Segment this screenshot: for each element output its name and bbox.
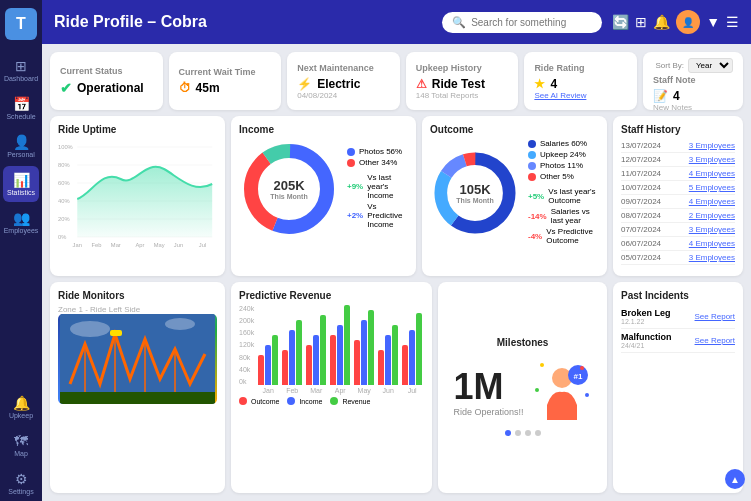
- x-axis-label: Jun: [376, 387, 400, 394]
- income-val-1: +9%: [347, 182, 363, 191]
- incident-link[interactable]: See Report: [695, 336, 735, 345]
- sidebar-item-schedule[interactable]: 📅 Schedule: [3, 90, 39, 126]
- dot-2[interactable]: [515, 430, 521, 436]
- menu-icon[interactable]: ☰: [726, 14, 739, 30]
- staff-date: 06/07/2024: [621, 239, 661, 248]
- revenue-bar: [272, 335, 278, 385]
- search-bar[interactable]: 🔍: [442, 12, 602, 33]
- past-incidents-card: Past Incidents Broken Leg 12.1.22 See Re…: [613, 282, 743, 493]
- outcome-legend-other: Other 5%: [528, 172, 599, 181]
- roller-coaster-svg: [60, 314, 215, 404]
- revenue-bar: [416, 313, 422, 385]
- sidebar-item-dashboard[interactable]: ⊞ Dashboard: [3, 52, 39, 88]
- outcome-bar: [306, 345, 312, 385]
- income-stat-1: +9% Vs last year's Income: [347, 173, 408, 200]
- salaries-label: Salaries 60%: [540, 139, 587, 148]
- svg-point-40: [540, 363, 544, 367]
- y-label-6: 240k: [239, 305, 254, 312]
- staff-date: 08/07/2024: [621, 211, 661, 220]
- staff-link[interactable]: 4 Employees: [689, 169, 735, 178]
- svg-rect-35: [60, 392, 215, 404]
- staff-date: 13/07/2024: [621, 141, 661, 150]
- incident-date: 12.1.22: [621, 318, 671, 325]
- staff-row: 13/07/2024 3 Employees: [621, 139, 735, 153]
- income-stats: +9% Vs last year's Income +2% Vs Predict…: [347, 173, 408, 229]
- income-bar: [409, 330, 415, 385]
- sidebar-label-upkeep: Upkeep: [9, 412, 33, 419]
- outcome-legend-dot: [239, 397, 247, 405]
- sidebar-item-personal[interactable]: 👤 Personal: [3, 128, 39, 164]
- chevron-down-icon[interactable]: ▼: [706, 14, 720, 30]
- income-legend-photos: Photos 56%: [347, 147, 408, 156]
- staff-link[interactable]: 5 Employees: [689, 183, 735, 192]
- sidebar-label-personal: Personal: [7, 151, 35, 158]
- legend-revenue: Revenue: [330, 397, 370, 405]
- wait-time-title: Current Wait Time: [179, 67, 272, 77]
- y-label-1: 40k: [239, 366, 254, 373]
- sidebar-item-statistics[interactable]: 📊 Statistics: [3, 166, 39, 202]
- dot-4[interactable]: [535, 430, 541, 436]
- bar-group: [330, 305, 350, 385]
- predict-bars-area: JanFebMarAprMayJunJul: [256, 305, 424, 394]
- dot-3[interactable]: [525, 430, 531, 436]
- outcome-stat-2: -14% Salaries vs last year: [528, 207, 599, 225]
- staff-link[interactable]: 4 Employees: [689, 239, 735, 248]
- scroll-button[interactable]: ▲: [725, 469, 745, 489]
- sidebar-item-employees[interactable]: 👥 Employees: [3, 204, 39, 240]
- predictive-revenue-card: Predictive Revenue 240k 200k 160k 120k 8…: [231, 282, 432, 493]
- staff-row: 10/07/2024 5 Employees: [621, 181, 735, 195]
- grid-icon[interactable]: ⊞: [635, 14, 647, 30]
- bell-icon[interactable]: 🔔: [653, 14, 670, 30]
- upkeep-value: ⚠ Ride Test: [416, 77, 509, 91]
- income-bar: [265, 345, 271, 385]
- search-icon: 🔍: [452, 16, 466, 29]
- page-title: Ride Profile – Cobra: [54, 13, 432, 31]
- sidebar-item-settings[interactable]: ⚙ Settings: [3, 465, 39, 501]
- bar-group: [402, 313, 422, 385]
- star-icon: ★: [534, 77, 545, 91]
- rating-link[interactable]: See AI Review: [534, 91, 627, 100]
- upkeep-history-card: Upkeep History ⚠ Ride Test 148 Total Rep…: [406, 52, 519, 110]
- sidebar-item-upkeep[interactable]: 🔔 Upkeep: [3, 389, 39, 425]
- staff-link[interactable]: 4 Employees: [689, 197, 735, 206]
- staff-link[interactable]: 3 Employees: [689, 225, 735, 234]
- incident-title: Malfunction: [621, 332, 672, 342]
- milestone-badge-area: #1: [532, 360, 592, 427]
- outcome-bar: [354, 340, 360, 385]
- next-maintenance-title: Next Maintenance: [297, 63, 390, 73]
- staff-note-title: Staff Note: [653, 75, 733, 85]
- other-label: Other 34%: [359, 158, 397, 167]
- outcome-stat-1: +5% Vs last year's Outcome: [528, 187, 599, 205]
- staff-link[interactable]: 2 Employees: [689, 211, 735, 220]
- staff-link[interactable]: 3 Employees: [689, 141, 735, 150]
- staff-link[interactable]: 3 Employees: [689, 155, 735, 164]
- note-icon: 📝: [653, 89, 668, 103]
- current-status-card: Current Status ✔ Operational: [50, 52, 163, 110]
- outcome-bar: [282, 350, 288, 385]
- sidebar-label-settings: Settings: [8, 488, 33, 495]
- outcome-label-3: Vs Predictive Outcome: [546, 227, 599, 245]
- predict-y-labels: 240k 200k 160k 120k 80k 40k 0k: [239, 305, 254, 385]
- header: Ride Profile – Cobra 🔍 🔄 ⊞ 🔔 👤 ▼ ☰: [42, 0, 751, 44]
- x-axis-label: Apr: [328, 387, 352, 394]
- staff-link[interactable]: 3 Employees: [689, 253, 735, 262]
- search-input[interactable]: [471, 17, 591, 28]
- salaries-dot: [528, 140, 536, 148]
- sort-select[interactable]: Year: [688, 58, 733, 73]
- sidebar-item-map[interactable]: 🗺 Map: [3, 427, 39, 463]
- next-maintenance-card: Next Maintenance ⚡ Electric 04/08/2024: [287, 52, 400, 110]
- dot-1[interactable]: [505, 430, 511, 436]
- incident-link[interactable]: See Report: [695, 312, 735, 321]
- staff-row: 08/07/2024 2 Employees: [621, 209, 735, 223]
- outcome-legend-stats: Salaries 60% Upkeep 24% Photos 11%: [528, 139, 599, 247]
- svg-point-42: [535, 388, 539, 392]
- svg-point-41: [580, 366, 584, 370]
- predict-legend: Outcome Income Revenue: [239, 397, 424, 407]
- charts-row: Ride Uptime 100% 80% 60% 40% 20% 0%: [50, 116, 743, 276]
- incident-info: Malfunction 24/4/21: [621, 332, 672, 349]
- refresh-icon[interactable]: 🔄: [612, 14, 629, 30]
- y-label-3: 120k: [239, 341, 254, 348]
- incident-info: Broken Leg 12.1.22: [621, 308, 671, 325]
- svg-text:0%: 0%: [58, 234, 67, 240]
- incident-date: 24/4/21: [621, 342, 672, 349]
